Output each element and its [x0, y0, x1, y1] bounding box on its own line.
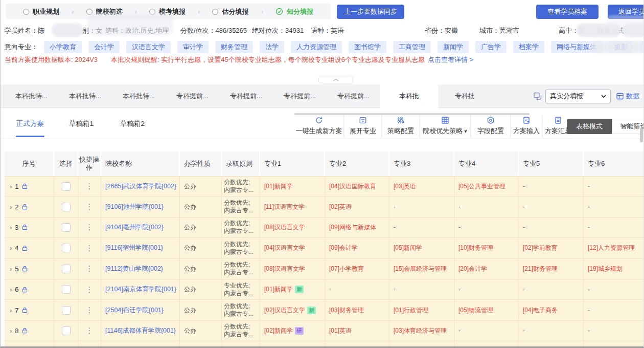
row-checkbox[interactable] — [62, 203, 71, 211]
column-header[interactable]: 录取原则 — [222, 151, 260, 176]
major-tag[interactable]: 财务管理 — [215, 41, 253, 53]
column-header[interactable]: 选择 — [54, 151, 78, 176]
major-tag[interactable]: 法学 — [260, 41, 284, 53]
college-name-cell[interactable]: [2665]武汉体育学院{002} — [101, 177, 180, 196]
column-header[interactable]: 快捷操作 — [78, 151, 101, 176]
major-tag[interactable]: 广告学 — [475, 41, 507, 53]
row-checkbox[interactable] — [62, 223, 71, 232]
lock-icon[interactable] — [22, 183, 28, 189]
lock-icon[interactable] — [22, 224, 28, 230]
college-name-cell[interactable] — [101, 341, 180, 348]
smart-filter-button[interactable]: 智能筛选 — [612, 119, 644, 134]
view-student-profile-button[interactable]: 查看学员档案 — [536, 5, 599, 19]
expand-row-icon[interactable]: › — [10, 183, 12, 190]
column-header[interactable]: 专业2 — [325, 151, 389, 176]
view-detail-link[interactable]: 点击查看详情 > — [428, 56, 473, 63]
expand-row-icon[interactable]: › — [10, 307, 12, 314]
major-tag[interactable]: 图书馆学 — [349, 41, 386, 53]
row-checkbox[interactable] — [62, 265, 71, 273]
prev-step-sync-button[interactable]: 上一步要数据同步 — [337, 5, 404, 19]
row-checkbox[interactable] — [62, 327, 71, 335]
tool-gear-button[interactable]: 字段配置 — [470, 115, 510, 138]
batch-tab[interactable]: 专科提前... — [219, 84, 273, 108]
batch-tab[interactable]: 专科提前... — [327, 84, 380, 108]
batch-tab[interactable]: 本科批特... — [112, 84, 166, 108]
switch-plan-icon[interactable] — [533, 92, 542, 100]
lock-icon[interactable] — [22, 204, 28, 210]
row-checkbox[interactable] — [62, 182, 71, 191]
tool-expand-button[interactable]: 展开专业 — [343, 115, 381, 138]
lock-icon[interactable] — [22, 266, 28, 272]
column-header[interactable]: 院校名称 — [101, 151, 180, 176]
expand-row-icon[interactable]: › — [10, 203, 12, 211]
tool-doc-import-button[interactable]: 方案输入 — [510, 115, 542, 138]
expand-row-icon[interactable]: › — [10, 224, 12, 231]
tool-grid-button[interactable]: 院校优先策略∨ — [419, 115, 470, 138]
expand-row-icon[interactable]: › — [10, 265, 12, 273]
student-city: 城市：芜湖市 — [479, 26, 519, 35]
row-checkbox[interactable] — [62, 244, 71, 252]
row-actions-menu[interactable]: ⋮ — [78, 238, 101, 258]
college-name-cell[interactable]: [9104]亳州学院{002} — [101, 217, 180, 237]
stepper-step[interactable]: 职业规划 — [23, 7, 59, 16]
batch-tab[interactable]: 本科批特... — [5, 84, 58, 108]
row-actions-menu[interactable]: ⋮ — [78, 341, 101, 348]
row-actions-menu[interactable]: ⋮ — [78, 259, 101, 279]
row-actions-menu[interactable]: ⋮ — [78, 197, 101, 216]
plan-tab[interactable]: 正式方案 — [5, 108, 56, 139]
major-tag[interactable]: 小学教育 — [44, 41, 82, 53]
major-tag[interactable]: 人力资源管理 — [291, 41, 342, 53]
column-header[interactable]: 专业5 — [519, 151, 584, 176]
column-header[interactable]: 序号 — [5, 151, 54, 176]
major-tag[interactable]: 新闻学 — [438, 41, 469, 53]
column-header[interactable]: 专业1 — [260, 151, 325, 176]
fill-mode-select[interactable]: 真实分填报 — [545, 90, 611, 103]
college-name-cell[interactable]: [2504]宿迁学院{001} — [101, 300, 180, 320]
major-cell: - — [454, 279, 519, 299]
lock-icon[interactable] — [22, 307, 28, 313]
tool-sliders-button[interactable]: 策略配置 — [381, 115, 419, 138]
table-mode-button[interactable]: 表格模式 — [567, 119, 612, 134]
row-actions-menu[interactable]: ⋮ — [78, 279, 101, 299]
batch-tab[interactable]: 本科批 — [380, 84, 438, 108]
column-header[interactable]: 办学性质 — [180, 151, 222, 176]
row-checkbox[interactable] — [62, 285, 71, 294]
collapse-panel-handle[interactable] — [318, 76, 353, 83]
lock-icon[interactable] — [22, 328, 28, 334]
batch-tab[interactable]: 专科批 — [438, 84, 492, 108]
expand-row-icon[interactable]: › — [10, 286, 12, 293]
major-tag[interactable]: 档案学 — [513, 41, 544, 53]
college-name-cell[interactable]: [1146]成都体育学院{001} — [101, 321, 180, 341]
column-header[interactable]: 专业4 — [454, 151, 519, 176]
major-tag[interactable]: 汉语言文学 — [126, 41, 171, 53]
college-name-cell[interactable]: [9106]池州学院{001} — [101, 197, 180, 216]
tool-refresh-button[interactable]: 一键生成新方案 — [294, 115, 343, 138]
college-name-cell[interactable]: [2104]南京体育学院{001} — [101, 279, 180, 299]
row-actions-menu[interactable]: ⋮ — [78, 321, 101, 341]
plan-tab[interactable]: 草稿箱1 — [56, 108, 107, 139]
row-actions-menu[interactable]: ⋮ — [78, 300, 101, 320]
row-actions-menu[interactable]: ⋮ — [78, 217, 101, 237]
expand-row-icon[interactable]: › — [10, 244, 12, 252]
expand-row-icon[interactable]: › — [10, 327, 12, 335]
column-header[interactable]: 专业3 — [389, 151, 454, 176]
lock-icon[interactable] — [22, 287, 28, 293]
stepper-step[interactable]: 知分填报 — [275, 7, 313, 16]
column-header[interactable]: 专业6 — [584, 151, 644, 176]
major-tag[interactable]: 审计学 — [177, 41, 209, 53]
college-name-cell[interactable]: [9116]宿州学院{001} — [101, 238, 180, 258]
batch-tab[interactable]: 专科提前... — [166, 84, 219, 108]
major-tag[interactable]: 工商管理 — [393, 41, 431, 53]
batch-tab[interactable]: 专科提前... — [273, 84, 327, 108]
row-checkbox[interactable] — [62, 306, 71, 315]
plan-tab[interactable]: 草稿箱2 — [107, 108, 158, 139]
row-actions-menu[interactable]: ⋮ — [78, 177, 101, 196]
stepper-step[interactable]: 估分填报 — [212, 7, 248, 16]
college-name-cell[interactable]: [9112]黄山学院{002} — [101, 259, 180, 279]
major-tag[interactable]: 会计学 — [88, 41, 120, 53]
vertical-scrollbar[interactable] — [640, 128, 643, 142]
lock-icon[interactable] — [22, 245, 28, 251]
batch-tab[interactable]: 本科批特... — [58, 84, 112, 108]
student-score-rank: 分数/位次：486/35265 — [180, 26, 247, 35]
data-sync-link[interactable]: 数据 — [616, 92, 644, 101]
